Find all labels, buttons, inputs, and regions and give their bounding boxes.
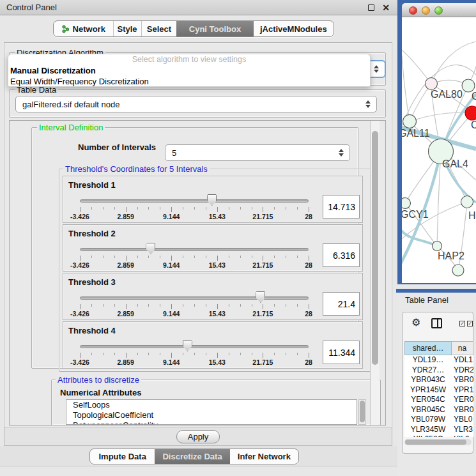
- node-label: GA: [472, 91, 476, 102]
- attribute-list-item[interactable]: BetweennessCentrality: [66, 420, 357, 425]
- apply-button[interactable]: Apply: [176, 430, 220, 443]
- number-of-intervals-label: Number of Intervals: [78, 142, 156, 152]
- table-panel-accent-bar: [396, 289, 476, 293]
- network-node[interactable]: [402, 198, 411, 209]
- slider-tick-labels: -3.4262.8599.14415.4321.71528: [80, 310, 309, 318]
- minimize-window-icon[interactable]: [422, 6, 430, 15]
- table-row[interactable]: YBL079WYBL0: [404, 415, 473, 425]
- network-node[interactable]: [403, 115, 417, 128]
- table-row[interactable]: YIL052CYIL0: [404, 434, 473, 437]
- slider-track[interactable]: [80, 199, 309, 203]
- threshold-label: Threshold 2: [68, 229, 116, 238]
- node-label: HAP2: [438, 250, 464, 261]
- table-row[interactable]: YBR045CYBR0: [404, 405, 473, 415]
- split-columns-icon[interactable]: [431, 318, 442, 328]
- table-row[interactable]: YDR27…YDR2: [404, 365, 473, 376]
- attribute-list-item[interactable]: SelfLoops: [66, 400, 357, 410]
- node-label: GAL4: [442, 158, 468, 169]
- slider-track[interactable]: [80, 248, 309, 251]
- threshold-value-field[interactable]: 6.316: [323, 243, 360, 267]
- network-node[interactable]: [461, 196, 473, 208]
- column-header-name[interactable]: na: [452, 341, 473, 355]
- slider-track[interactable]: [80, 296, 309, 300]
- network-edge[interactable]: [402, 48, 431, 84]
- table-data-combobox[interactable]: galFiltered.sif default node: [15, 96, 377, 112]
- threshold-slider[interactable]: [80, 194, 309, 206]
- node-label: GAL80: [431, 89, 463, 100]
- threshold-row: Threshold 2 -3.4262.8599.14415.4321.7152…: [63, 224, 363, 272]
- threshold-value-field[interactable]: 11.344: [323, 341, 360, 364]
- network-edge[interactable]: [431, 42, 476, 84]
- slider-thumb[interactable]: [146, 243, 155, 254]
- threshold-label: Threshold 3: [68, 277, 116, 287]
- attributes-group-label: Attributes to discretize: [56, 375, 141, 385]
- popup-option-manual[interactable]: Manual Discretization: [8, 65, 370, 76]
- network-canvas[interactable]: GAL80GACGAL11GAL4GCY1HHAP2: [402, 17, 476, 283]
- attributes-list-scrollbar[interactable]: [358, 399, 366, 425]
- network-window-titlebar[interactable]: [402, 3, 476, 17]
- table-row[interactable]: YLR345WYLR3: [404, 425, 473, 435]
- scrollbar-thumb[interactable]: [372, 131, 378, 365]
- tab-select[interactable]: Select: [141, 21, 177, 36]
- threshold-value-field[interactable]: 21.4: [323, 292, 360, 316]
- table-rows: YDL19…YDL1YDR27…YDR2YBR043CYBR0YPR145WYP…: [404, 355, 473, 437]
- table-row[interactable]: YBR043CYBR0: [404, 375, 473, 385]
- table-row[interactable]: YDL19…YDL1: [404, 355, 473, 365]
- threshold-slider[interactable]: [80, 340, 309, 351]
- slider-ticks: [80, 304, 309, 310]
- control-panel-tabbar: Network Style Select Cyni Toolbox jActiv…: [53, 20, 334, 37]
- network-edge[interactable]: [410, 112, 472, 121]
- checkbox-icon[interactable]: ✓: [459, 321, 465, 326]
- tab-network[interactable]: Network: [54, 21, 113, 36]
- slider-thumb[interactable]: [256, 291, 265, 303]
- table-row[interactable]: YPR145WYPR1: [404, 385, 473, 395]
- network-node[interactable]: [462, 79, 475, 92]
- float-window-icon[interactable]: [368, 4, 374, 11]
- tab-discretize-data[interactable]: Discretize Data: [155, 449, 229, 464]
- network-edge[interactable]: [402, 202, 467, 241]
- slider-tick-labels: -3.4262.8599.14415.4321.71528: [80, 358, 309, 366]
- column-header-shared-name[interactable]: shared…: [404, 341, 452, 355]
- tab-impute-data[interactable]: Impute Data: [90, 449, 155, 464]
- popup-option-equal-width[interactable]: Equal Width/Frequency Discretization: [8, 76, 370, 87]
- network-node[interactable]: [465, 106, 476, 120]
- network-node[interactable]: [452, 265, 464, 276]
- combo-stepper-icon: [365, 100, 371, 108]
- threshold-label: Threshold 1: [68, 180, 116, 190]
- numerical-attributes-label: Numerical Attributes: [60, 388, 141, 397]
- tab-jactivemnodules[interactable]: jActiveMNodules: [254, 21, 334, 36]
- combo-stepper-icon: [339, 149, 344, 157]
- slider-thumb[interactable]: [183, 340, 192, 351]
- slider-thumb[interactable]: [207, 194, 217, 206]
- checkbox-icon[interactable]: ✓: [467, 321, 473, 326]
- table-row[interactable]: YER054CYER0: [404, 395, 473, 405]
- close-panel-icon[interactable]: ✕: [382, 1, 390, 14]
- attribute-list-item[interactable]: TopologicalCoefficient: [66, 410, 357, 420]
- slider-ticks: [80, 207, 309, 213]
- cyni-mode-tabbar: Impute Data Discretize Data Infer Networ…: [89, 449, 299, 464]
- tab-style[interactable]: Style: [113, 21, 141, 36]
- close-window-icon[interactable]: [409, 6, 417, 15]
- network-node[interactable]: [426, 78, 438, 90]
- network-node[interactable]: [433, 242, 442, 251]
- tab-infer-network[interactable]: Infer Network: [230, 449, 298, 464]
- scrollbar-thumb[interactable]: [405, 440, 466, 445]
- numerical-attributes-list[interactable]: SelfLoopsTopologicalCoefficientBetweenne…: [66, 399, 357, 425]
- slider-track[interactable]: [80, 345, 309, 348]
- network-edge[interactable]: [402, 228, 437, 246]
- zoom-window-icon[interactable]: [434, 6, 443, 15]
- threshold-list: Threshold 1 -3.4262.8599.14415.4321.7152…: [59, 176, 363, 370]
- slider-tick-labels: -3.4262.8599.14415.4321.71528: [80, 261, 309, 269]
- threshold-slider[interactable]: [80, 243, 309, 254]
- number-of-intervals-combobox[interactable]: 5: [165, 144, 350, 161]
- threshold-slider[interactable]: [80, 291, 309, 303]
- tab-cyni-toolbox[interactable]: Cyni Toolbox: [176, 21, 253, 36]
- panel-title: Control Panel: [6, 3, 57, 12]
- settings-vertical-scrollbar[interactable]: [370, 121, 380, 425]
- table-panel-title: Table Panel: [405, 295, 449, 305]
- threshold-value-field[interactable]: 14.713: [323, 195, 360, 219]
- gear-icon[interactable]: ⚙: [411, 318, 420, 328]
- table-panel: ⚙ ✓ ✓ shared… na YDL19…YDL1YDR27…YDR2YBR…: [402, 312, 473, 454]
- control-panel: Control Panel ✕ Network Style Select Cyn…: [0, 0, 397, 476]
- table-horizontal-scrollbar[interactable]: [404, 439, 472, 445]
